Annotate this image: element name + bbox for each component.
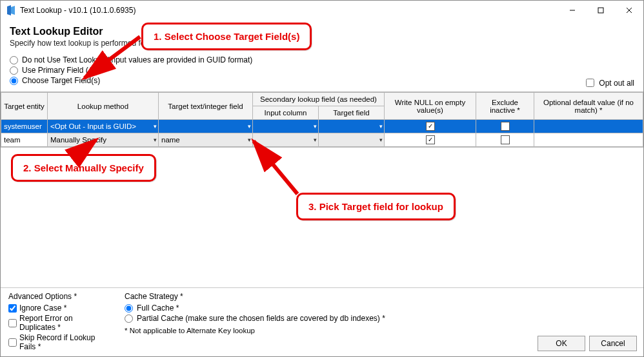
editor-header: Text Lookup Editor Specify how text look…	[1, 21, 643, 50]
radio-choose-target[interactable]: Choose Target Field(s)	[10, 76, 634, 85]
chevron-down-icon: ▾	[248, 123, 251, 130]
chevron-down-icon: ▾	[314, 123, 317, 130]
ignore-case-checkbox[interactable]: Ignore Case *	[8, 304, 109, 313]
ok-button[interactable]: OK	[538, 336, 585, 351]
cell-entity: systemuser	[1, 120, 47, 133]
report-error-checkbox[interactable]: Report Error on Duplicates *	[8, 314, 109, 332]
cell-entity: team	[1, 133, 47, 146]
opt-out-all-label: Opt out all	[599, 79, 634, 88]
report-error-label: Report Error on Duplicates *	[19, 314, 109, 332]
cell-lookup-method-combo[interactable]: Manually Specify▾	[48, 133, 158, 146]
radio-do-not-use-label: Do not Use Text Lookup (Input values are…	[22, 55, 252, 64]
cache-title: Cache Strategy *	[125, 292, 530, 301]
cell-lookup-method-combo[interactable]: <Opt Out - Input is GUID>▾	[48, 120, 158, 133]
cell-target-field-combo[interactable]: ▾	[319, 133, 384, 146]
opt-out-all-checkbox[interactable]: Opt out all	[583, 77, 634, 89]
mode-radio-group: Do not Use Text Lookup (Input values are…	[1, 50, 643, 92]
cell-write-null-checkbox[interactable]	[426, 135, 435, 144]
col-secondary-group: Secondary lookup field (as needed)	[253, 93, 385, 106]
cell-default[interactable]	[534, 120, 643, 133]
radio-choose-target-label: Choose Target Field(s)	[22, 76, 100, 85]
footer-panel: Advanced Options * Ignore Case * Report …	[1, 287, 643, 356]
full-cache-radio[interactable]: Full Cache *	[125, 304, 530, 313]
col-input-column[interactable]: Input column	[253, 106, 319, 120]
cell-target-text-combo[interactable]: ▾	[159, 120, 252, 133]
chevron-down-icon: ▾	[314, 137, 317, 143]
table-row[interactable]: systemuser <Opt Out - Input is GUID>▾ ▾ …	[1, 120, 643, 133]
cell-default[interactable]	[534, 133, 643, 146]
maximize-icon	[598, 7, 604, 14]
col-exclude-inactive[interactable]: Exclude inactive *	[476, 93, 534, 120]
app-window: Text Lookup - v10.1 (10.1.0.6935) Text L…	[0, 0, 644, 357]
table-row[interactable]: team Manually Specify▾ name▾ ▾ ▾	[1, 133, 643, 147]
cell-input-column-combo[interactable]: ▾	[253, 133, 318, 146]
close-button[interactable]	[615, 1, 643, 20]
page-subtitle: Specify how text lookup is performed fo	[10, 39, 634, 48]
cache-footnote: * Not applicable to Alternate Key lookup	[125, 327, 530, 334]
cell-input-column-combo[interactable]: ▾	[253, 120, 318, 133]
window-title: Text Lookup - v10.1 (10.1.0.6935)	[20, 6, 136, 15]
chevron-down-icon: ▾	[154, 123, 157, 130]
advanced-title: Advanced Options *	[8, 292, 109, 301]
col-write-null[interactable]: Write NULL on empty value(s)	[385, 93, 476, 120]
col-target-entity[interactable]: Target entity	[1, 93, 48, 120]
minimize-button[interactable]	[558, 1, 587, 20]
cell-target-text-combo[interactable]: name▾	[159, 133, 252, 146]
lookup-grid: Target entity Lookup method Target text/…	[1, 92, 643, 148]
dialog-buttons: OK Cancel	[538, 288, 643, 356]
full-cache-label: Full Cache *	[137, 304, 179, 313]
partial-cache-label: Partial Cache (make sure the chosen fiel…	[137, 314, 385, 323]
advanced-options-panel: Advanced Options * Ignore Case * Report …	[1, 288, 117, 356]
cell-target-field-combo[interactable]: ▾	[319, 120, 384, 133]
cell-write-null-checkbox[interactable]	[426, 122, 435, 131]
cache-strategy-panel: Cache Strategy * Full Cache * Partial Ca…	[117, 288, 538, 356]
col-optional-default[interactable]: Optional default value (if no match) *	[534, 93, 643, 120]
chevron-down-icon: ▾	[379, 137, 383, 143]
app-icon	[6, 5, 16, 15]
cell-exclude-inactive-checkbox[interactable]	[501, 135, 510, 144]
partial-cache-radio[interactable]: Partial Cache (make sure the chosen fiel…	[125, 314, 530, 323]
skip-record-checkbox[interactable]: Skip Record if Lookup Fails *	[8, 333, 109, 351]
chevron-down-icon: ▾	[379, 123, 383, 130]
svg-rect-1	[598, 8, 603, 13]
ignore-case-label: Ignore Case *	[19, 304, 66, 313]
cell-exclude-inactive-checkbox[interactable]	[501, 122, 510, 131]
col-target-field[interactable]: Target field	[319, 106, 385, 120]
chevron-down-icon: ▾	[248, 137, 251, 143]
col-lookup-method[interactable]: Lookup method	[48, 93, 159, 120]
close-icon	[626, 7, 632, 14]
page-title: Text Lookup Editor	[10, 26, 634, 37]
col-target-text-field[interactable]: Target text/integer field	[159, 93, 253, 120]
minimize-icon	[569, 7, 576, 14]
radio-use-primary[interactable]: Use Primary Field (All)	[10, 66, 634, 75]
title-bar: Text Lookup - v10.1 (10.1.0.6935)	[1, 1, 643, 21]
radio-do-not-use[interactable]: Do not Use Text Lookup (Input values are…	[10, 55, 634, 64]
skip-record-label: Skip Record if Lookup Fails *	[19, 333, 109, 351]
radio-use-primary-label: Use Primary Field (All)	[22, 66, 99, 75]
chevron-down-icon: ▾	[154, 137, 157, 143]
annotation-step2: 2. Select Manually Specify	[11, 154, 156, 182]
cancel-button[interactable]: Cancel	[589, 336, 637, 351]
annotation-step3: 3. Pick Target field for lookup	[296, 193, 456, 220]
maximize-button[interactable]	[587, 1, 615, 20]
annotation-step1: 1. Select Choose Target Field(s)	[141, 23, 312, 50]
